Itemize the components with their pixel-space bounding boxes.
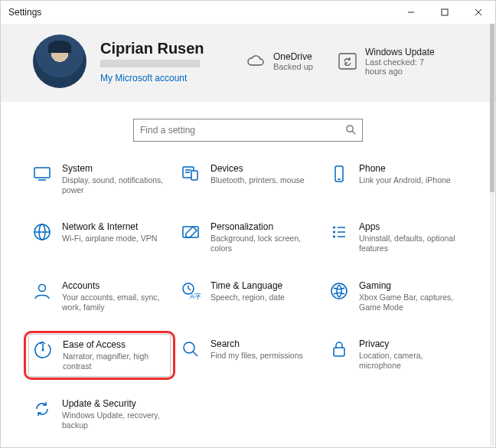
svg-line-34: [193, 352, 197, 356]
svg-rect-35: [334, 348, 344, 356]
user-email-redacted: [100, 60, 200, 69]
tile-sub: Uninstall, defaults, optional features: [359, 234, 465, 253]
tile-sub: Your accounts, email, sync, work, family: [62, 293, 168, 312]
titlebar: Settings: [1, 1, 495, 24]
devices-icon: [180, 163, 201, 185]
svg-point-33: [184, 342, 194, 353]
settings-grid: System Display, sound, notifications, po…: [1, 155, 495, 443]
tile-sub: Bluetooth, printers, mouse: [210, 175, 305, 185]
tile-system[interactable]: System Display, sound, notifications, po…: [28, 159, 171, 200]
microsoft-account-link[interactable]: My Microsoft account: [100, 73, 215, 83]
tile-title: Update & Security: [62, 398, 168, 409]
svg-rect-10: [191, 171, 197, 180]
personalization-icon: [180, 221, 201, 243]
close-button[interactable]: [462, 1, 495, 24]
svg-rect-4: [339, 54, 356, 69]
user-name: Ciprian Rusen: [100, 40, 215, 57]
tile-sub: Speech, region, date: [210, 293, 285, 302]
tile-title: Apps: [359, 221, 465, 232]
tile-sub: Wi-Fi, airplane mode, VPN: [62, 234, 157, 244]
svg-rect-7: [34, 168, 50, 178]
network-icon: [31, 221, 53, 243]
account-header: Ciprian Rusen My Microsoft account OneDr…: [1, 24, 495, 102]
time-language-icon: A字: [180, 280, 201, 302]
update-security-icon: [31, 398, 53, 420]
svg-line-6: [352, 131, 355, 134]
search-tile-icon: [180, 338, 201, 360]
tile-update-security[interactable]: Update & Security Windows Update, recove…: [28, 394, 171, 435]
tile-title: Accounts: [62, 280, 168, 291]
accounts-icon: [31, 280, 53, 302]
tile-sub: Xbox Game Bar, captures, Game Mode: [359, 293, 465, 312]
tile-privacy[interactable]: Privacy Location, camera, microphone: [325, 334, 468, 377]
search-wrap: Find a setting: [1, 102, 495, 155]
svg-point-25: [39, 284, 46, 291]
tile-sub: Find my files, permissions: [210, 351, 303, 361]
tile-personalization[interactable]: Personalization Background, lock screen,…: [177, 217, 319, 258]
minimize-button[interactable]: [394, 1, 428, 24]
tile-title: Gaming: [359, 280, 465, 291]
ease-of-access-icon: [32, 339, 54, 361]
tile-title: Ease of Access: [63, 339, 167, 350]
search-placeholder: Find a setting: [140, 125, 195, 136]
tile-title: Time & Language: [210, 280, 285, 291]
tile-title: Search: [210, 338, 303, 349]
tile-title: Privacy: [359, 338, 465, 349]
avatar[interactable]: [33, 34, 86, 88]
onedrive-status[interactable]: OneDrive Backed up: [246, 51, 313, 71]
svg-point-5: [347, 125, 353, 131]
windows-update-sub: Last checked: 7 hours ago: [365, 57, 442, 76]
maximize-button[interactable]: [428, 1, 462, 24]
tile-sub: Background, lock screen, colors: [210, 234, 316, 253]
apps-icon: [328, 221, 350, 243]
svg-rect-1: [442, 9, 448, 15]
tile-accounts[interactable]: Accounts Your accounts, email, sync, wor…: [28, 276, 171, 317]
tile-title: Devices: [210, 163, 305, 174]
tile-title: System: [62, 163, 168, 174]
svg-point-30: [331, 283, 347, 299]
tile-sub: Display, sound, notifications, power: [62, 175, 168, 195]
window-title: Settings: [8, 7, 394, 18]
search-input[interactable]: Find a setting: [133, 119, 363, 142]
onedrive-sub: Backed up: [273, 62, 313, 71]
tile-sub: Link your Android, iPhone: [359, 175, 451, 185]
tile-phone[interactable]: Phone Link your Android, iPhone: [325, 159, 468, 200]
tile-title: Personalization: [210, 221, 316, 232]
tile-apps[interactable]: Apps Uninstall, defaults, optional featu…: [325, 217, 468, 258]
tile-sub: Windows Update, recovery, backup: [62, 410, 168, 430]
user-block: Ciprian Rusen My Microsoft account: [100, 40, 215, 83]
gaming-icon: [328, 280, 350, 302]
tile-devices[interactable]: Devices Bluetooth, printers, mouse: [177, 159, 319, 200]
windows-update-status[interactable]: Windows Update Last checked: 7 hours ago: [338, 47, 442, 76]
update-icon: [338, 54, 357, 69]
privacy-icon: [328, 338, 350, 360]
system-icon: [31, 163, 53, 185]
svg-point-32: [42, 348, 44, 351]
phone-icon: [328, 163, 350, 185]
tile-ease-of-access[interactable]: Ease of Access Narrator, magnifier, high…: [28, 334, 171, 377]
onedrive-title: OneDrive: [273, 51, 313, 62]
tile-sub: Location, camera, microphone: [359, 351, 465, 371]
scrollbar-thumb[interactable]: [490, 24, 494, 192]
search-icon: [345, 124, 356, 137]
windows-update-title: Windows Update: [365, 47, 442, 57]
svg-line-28: [188, 289, 191, 290]
tile-time-language[interactable]: A字 Time & Language Speech, region, date: [177, 276, 319, 317]
tile-gaming[interactable]: Gaming Xbox Game Bar, captures, Game Mod…: [325, 276, 468, 317]
cloud-icon: [246, 54, 266, 69]
window-controls: [394, 1, 495, 24]
tile-title: Phone: [359, 163, 451, 174]
scrollbar[interactable]: [490, 24, 494, 446]
tile-network[interactable]: Network & Internet Wi-Fi, airplane mode,…: [28, 217, 171, 258]
tile-sub: Narrator, magnifier, high contrast: [63, 352, 167, 371]
svg-text:A字: A字: [190, 293, 201, 300]
tile-title: Network & Internet: [62, 221, 157, 232]
tile-search[interactable]: Search Find my files, permissions: [177, 334, 319, 377]
